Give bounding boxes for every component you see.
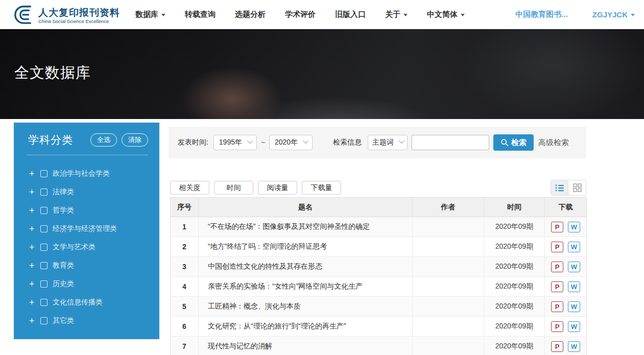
clear-button[interactable]: 清除 bbox=[122, 133, 148, 147]
sidebar-item-文学与艺术类[interactable]: +文学与艺术类 bbox=[29, 238, 159, 256]
article-title-link[interactable]: “地方”终结了吗：空间理论的辩证思考 bbox=[199, 237, 413, 257]
word-download-badge[interactable]: W bbox=[568, 222, 580, 232]
logo-subtitle: China Social Science Excellence bbox=[38, 18, 120, 24]
article-title-link[interactable]: 中国创造性文化的特性及其存在形态 bbox=[199, 257, 413, 277]
word-download-badge[interactable]: W bbox=[568, 242, 580, 252]
expand-plus-icon[interactable]: + bbox=[29, 169, 40, 179]
category-checkbox[interactable] bbox=[40, 317, 47, 324]
site-logo[interactable]: 人大复印报刊资料 China Social Science Excellence bbox=[13, 4, 120, 27]
column-header-题名: 题名 bbox=[199, 198, 413, 217]
category-label: 法律类 bbox=[53, 187, 74, 197]
nav-item-选题分析[interactable]: 选题分析 bbox=[235, 10, 266, 19]
word-download-badge[interactable]: W bbox=[568, 321, 580, 332]
search-button[interactable]: 检索 bbox=[493, 134, 534, 151]
logo-title: 人大复印报刊资料 bbox=[38, 7, 120, 18]
article-title-link[interactable]: “不在场的在场”：图像叙事及其对空间神圣性的确定 bbox=[199, 217, 413, 237]
nav-item-关于[interactable]: 关于 bbox=[385, 10, 408, 19]
article-author bbox=[413, 337, 484, 355]
article-author bbox=[413, 257, 484, 277]
pdf-download-badge[interactable]: P bbox=[551, 341, 563, 352]
search-info-label: 检索信息 bbox=[333, 138, 362, 147]
results-table: 序号题名作者时间下载 1“不在场的在场”：图像叙事及其对空间神圣性的确定2020… bbox=[170, 197, 587, 355]
word-download-badge[interactable]: W bbox=[568, 341, 580, 352]
pdf-download-badge[interactable]: P bbox=[551, 222, 563, 232]
article-title-link[interactable]: 工匠精神：概念、演化与本质 bbox=[199, 297, 413, 317]
sidebar-item-文化信息传播类[interactable]: +文化信息传播类 bbox=[29, 293, 159, 312]
list-view-button[interactable] bbox=[551, 180, 568, 195]
category-checkbox[interactable] bbox=[40, 244, 47, 251]
sidebar-item-教育类[interactable]: +教育类 bbox=[29, 256, 159, 275]
search-button-label: 检索 bbox=[511, 138, 527, 148]
column-header-下载: 下载 bbox=[545, 198, 587, 217]
grid-view-button[interactable] bbox=[568, 180, 586, 195]
download-cell: PW bbox=[545, 217, 587, 237]
sort-button-阅读量[interactable]: 阅读量 bbox=[258, 181, 297, 195]
sidebar-item-政治学与社会学类[interactable]: +政治学与社会学类 bbox=[29, 164, 159, 183]
sidebar-item-经济学与经济管理类[interactable]: +经济学与经济管理类 bbox=[29, 220, 159, 238]
nav-item-label: 转载查询 bbox=[185, 10, 216, 19]
nav-item-转载查询[interactable]: 转载查询 bbox=[185, 10, 216, 19]
pdf-download-badge[interactable]: P bbox=[551, 301, 563, 312]
sidebar-item-哲学类[interactable]: +哲学类 bbox=[29, 201, 159, 220]
expand-plus-icon[interactable]: + bbox=[29, 187, 40, 198]
category-checkbox[interactable] bbox=[40, 262, 47, 269]
advanced-search-link[interactable]: 高级检索 bbox=[538, 138, 569, 148]
article-author bbox=[413, 277, 484, 297]
expand-plus-icon[interactable]: + bbox=[29, 279, 40, 290]
nav-item-数据库[interactable]: 数据库 bbox=[135, 10, 165, 19]
expand-plus-icon[interactable]: + bbox=[29, 224, 40, 234]
category-checkbox[interactable] bbox=[40, 207, 47, 214]
category-checkbox[interactable] bbox=[40, 188, 47, 196]
article-title-link[interactable]: 现代性与记忆的消解 bbox=[199, 337, 413, 355]
category-checkbox[interactable] bbox=[40, 299, 47, 306]
table-row: 5工匠精神：概念、演化与本质2020年09期PW bbox=[171, 297, 587, 317]
nav-item-旧版入口[interactable]: 旧版入口 bbox=[335, 10, 366, 19]
category-checkbox[interactable] bbox=[40, 280, 47, 288]
expand-plus-icon[interactable]: + bbox=[29, 261, 40, 271]
user-link-中国教育图书...[interactable]: 中国教育图书... bbox=[515, 10, 568, 19]
category-label: 教育类 bbox=[53, 261, 74, 270]
select-all-button[interactable]: 全选 bbox=[90, 133, 117, 147]
sort-button-下载量[interactable]: 下载量 bbox=[302, 181, 341, 195]
word-download-badge[interactable]: W bbox=[568, 262, 580, 272]
user-nav: 中国教育图书...ZGJYJCK bbox=[491, 0, 635, 29]
word-download-badge[interactable]: W bbox=[568, 301, 580, 312]
pdf-download-badge[interactable]: P bbox=[551, 281, 563, 292]
article-title-link[interactable]: 文化研究：从“理论的旅行”到“理论的再生产” bbox=[199, 317, 413, 337]
year-to-select[interactable]: 2020年 bbox=[269, 135, 313, 150]
sort-button-相关度[interactable]: 相关度 bbox=[170, 181, 209, 195]
nav-item-中文简体[interactable]: 中文简体 bbox=[427, 10, 465, 19]
logo-icon bbox=[13, 4, 34, 27]
category-label: 历史类 bbox=[53, 279, 74, 289]
sidebar-title: 学科分类 bbox=[28, 133, 86, 147]
year-from-select[interactable]: 1995年 bbox=[213, 135, 257, 150]
article-title-link[interactable]: 亲密关系的实验场：“女性向”网络空间与文化生产 bbox=[199, 277, 413, 297]
expand-plus-icon[interactable]: + bbox=[29, 242, 40, 253]
category-checkbox[interactable] bbox=[40, 225, 47, 232]
search-field-select[interactable]: 主题词 bbox=[368, 135, 408, 150]
pdf-download-badge[interactable]: P bbox=[551, 321, 563, 332]
article-author bbox=[413, 317, 484, 337]
word-download-badge[interactable]: W bbox=[568, 281, 580, 292]
view-toggle bbox=[551, 180, 586, 196]
sidebar-item-法律类[interactable]: +法律类 bbox=[29, 183, 159, 201]
table-row: 6文化研究：从“理论的旅行”到“理论的再生产”2020年09期PW bbox=[171, 317, 587, 337]
sidebar-item-历史类[interactable]: +历史类 bbox=[29, 275, 159, 293]
nav-item-label: 中文简体 bbox=[427, 10, 458, 19]
expand-plus-icon[interactable]: + bbox=[29, 297, 40, 308]
search-icon bbox=[500, 138, 509, 147]
expand-plus-icon[interactable]: + bbox=[29, 205, 40, 216]
sidebar-item-其它类[interactable]: +其它类 bbox=[29, 312, 159, 330]
sort-button-时间[interactable]: 时间 bbox=[214, 181, 253, 195]
logo-text: 人大复印报刊资料 China Social Science Excellence bbox=[38, 7, 120, 24]
user-link-ZGJYJCK[interactable]: ZGJYJCK bbox=[592, 10, 635, 19]
search-input[interactable] bbox=[412, 135, 489, 150]
pdf-download-badge[interactable]: P bbox=[551, 242, 563, 252]
nav-item-学术评价[interactable]: 学术评价 bbox=[285, 10, 316, 19]
table-row: 2“地方”终结了吗：空间理论的辩证思考2020年09期PW bbox=[171, 237, 587, 257]
column-header-时间: 时间 bbox=[484, 198, 545, 217]
category-checkbox[interactable] bbox=[40, 170, 47, 177]
expand-plus-icon[interactable]: + bbox=[29, 316, 40, 326]
sidebar-category-list: +政治学与社会学类+法律类+哲学类+经济学与经济管理类+文学与艺术类+教育类+历… bbox=[14, 160, 159, 330]
pdf-download-badge[interactable]: P bbox=[551, 262, 563, 272]
